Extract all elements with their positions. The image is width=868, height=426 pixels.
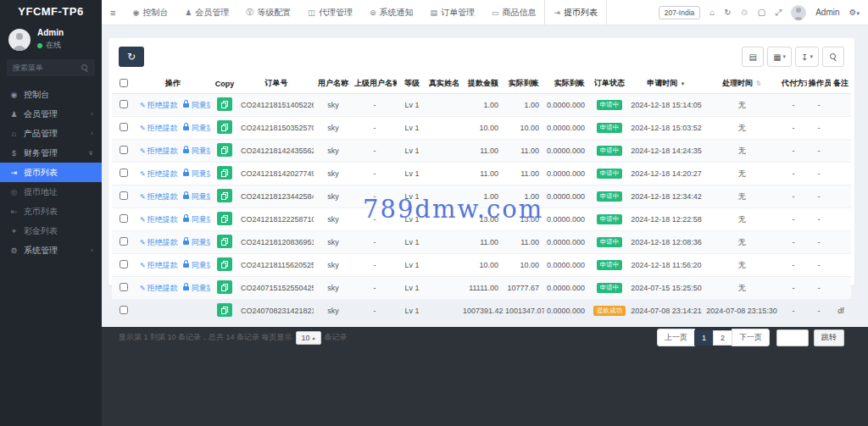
dashboard-icon: ◉ <box>8 91 19 99</box>
row-checkbox[interactable] <box>120 237 128 246</box>
col-header-apply_time[interactable]: 申请时间▼ <box>629 74 704 94</box>
reject-withdraw-link[interactable]: ✎拒绝提款 <box>140 147 178 155</box>
cell-process_time: 无 <box>704 254 780 277</box>
cell-username: sky <box>314 117 353 140</box>
menu-search-input[interactable] <box>13 64 81 72</box>
col-header-process_time[interactable]: 处理时间⇅ <box>704 74 780 94</box>
sidebar-item-会员管理[interactable]: ♟会员管理‹ <box>0 104 102 124</box>
row-checkbox[interactable] <box>120 146 128 154</box>
fullscreen-icon[interactable]: ⤢ <box>775 8 782 18</box>
toggle-view-button[interactable]: ▤ <box>742 47 764 67</box>
prev-page-button[interactable]: 上一页 <box>657 329 695 346</box>
reject-withdraw-link[interactable]: ✎拒绝提款 <box>140 124 178 132</box>
hamburger-icon[interactable]: ≡ <box>102 8 124 18</box>
approve-withdraw-link[interactable]: 同意提款 <box>183 192 210 201</box>
nav-tab-label: 商品信息 <box>502 7 536 19</box>
copy-button[interactable] <box>217 189 232 202</box>
copy-button[interactable] <box>217 166 232 180</box>
trash-icon[interactable]: ♲ <box>741 8 748 17</box>
cell-actual: 10777.67 <box>504 277 544 300</box>
row-checkbox[interactable] <box>120 260 128 268</box>
row-checkbox[interactable] <box>120 169 128 177</box>
nav-tab-等级配置[interactable]: Ⓥ等级配置 <box>237 0 299 25</box>
user-icon: ♟ <box>185 8 192 17</box>
page-button-1[interactable]: 1 <box>694 330 714 346</box>
sidebar-item-提币列表[interactable]: ⇥提币列表 <box>0 163 102 182</box>
nav-tab-提币列表[interactable]: ⇥提币列表 <box>544 0 607 25</box>
jump-page-input[interactable] <box>776 329 809 346</box>
cell-amount: 11.00 <box>461 140 504 163</box>
row-checkbox[interactable] <box>120 214 128 223</box>
settings-menu[interactable]: ⚙▾ <box>849 8 860 17</box>
copy-button[interactable] <box>217 280 232 294</box>
page-button-2[interactable]: 2 <box>713 330 732 346</box>
online-dot-icon <box>37 43 42 48</box>
refresh-icon[interactable]: ↻ <box>724 8 731 17</box>
next-page-button[interactable]: 下一页 <box>732 329 770 346</box>
cell-username: sky <box>314 208 353 231</box>
approve-withdraw-link[interactable]: 同意提款 <box>183 124 210 132</box>
region-badge[interactable]: 207-India <box>659 6 700 19</box>
copy-button[interactable] <box>217 212 232 225</box>
reject-withdraw-link[interactable]: ✎拒绝提款 <box>140 284 178 292</box>
avatar <box>8 29 31 51</box>
approve-withdraw-link[interactable]: 同意提款 <box>183 238 210 246</box>
refresh-button[interactable]: ↻ <box>119 47 144 67</box>
sidebar-item-提币地址[interactable]: ◎提币地址 <box>0 182 102 202</box>
col-label: 提款金额 <box>468 79 498 87</box>
row-checkbox[interactable] <box>120 306 128 314</box>
status-badge: 提款成功 <box>593 306 626 316</box>
pages-icon[interactable]: ▢ <box>758 8 765 17</box>
row-checkbox[interactable] <box>120 283 128 291</box>
reject-withdraw-link[interactable]: ✎拒绝提款 <box>140 101 178 109</box>
reject-label: 拒绝提款 <box>147 261 178 269</box>
sidebar-item-彩金列表[interactable]: ✦彩金列表 <box>0 221 102 241</box>
nav-tab-订单管理[interactable]: ▤订单管理 <box>421 0 483 25</box>
approve-withdraw-link[interactable]: 同意提款 <box>183 261 210 269</box>
copy-icon <box>221 147 228 154</box>
sidebar-item-财务管理[interactable]: $财务管理∨ <box>0 143 102 163</box>
approve-withdraw-link[interactable]: 同意提款 <box>183 284 210 292</box>
reject-withdraw-link[interactable]: ✎拒绝提款 <box>140 238 178 246</box>
admin-avatar[interactable] <box>791 5 806 20</box>
reject-withdraw-link[interactable]: ✎拒绝提款 <box>140 261 178 269</box>
sidebar-item-产品管理[interactable]: ⌂产品管理‹ <box>0 124 102 143</box>
approve-withdraw-link[interactable]: 同意提款 <box>183 215 210 224</box>
col-label: 操作员 <box>809 79 831 87</box>
approve-withdraw-link[interactable]: 同意提款 <box>183 101 210 109</box>
admin-menu[interactable]: Admin <box>815 8 839 17</box>
nav-tab-代理管理[interactable]: ◫代理管理 <box>299 0 361 25</box>
copy-button[interactable] <box>217 303 232 317</box>
page-size-select[interactable]: 10▴ <box>296 331 321 345</box>
approve-withdraw-link[interactable]: 同意提款 <box>183 147 210 155</box>
copy-button[interactable] <box>217 257 232 271</box>
cell-username: sky <box>314 300 353 323</box>
lock-icon <box>183 149 189 153</box>
nav-tab-会员管理[interactable]: ♟会员管理 <box>176 0 237 25</box>
sidebar-item-充币列表[interactable]: ⇤充币列表 <box>0 202 102 221</box>
row-checkbox[interactable] <box>120 100 128 108</box>
export-button[interactable]: ↧▾ <box>795 47 819 67</box>
approve-withdraw-link[interactable]: 同意提款 <box>183 169 210 178</box>
nav-tab-商品信息[interactable]: ▭商品信息 <box>483 0 545 25</box>
copy-button[interactable] <box>217 97 232 111</box>
sidebar-item-控制台[interactable]: ◉控制台 <box>0 85 102 104</box>
row-checkbox[interactable] <box>120 191 128 200</box>
nav-tab-控制台[interactable]: ◉控制台 <box>124 0 176 25</box>
reject-withdraw-link[interactable]: ✎拒绝提款 <box>140 192 178 201</box>
cell-pay_method: - <box>780 277 807 300</box>
row-checkbox[interactable] <box>120 123 128 131</box>
columns-button[interactable]: ▦▾ <box>767 47 792 67</box>
reject-withdraw-link[interactable]: ✎拒绝提款 <box>140 169 178 178</box>
sidebar-item-label: 提币地址 <box>24 186 58 198</box>
nav-tab-系统通知[interactable]: ⊚系统通知 <box>361 0 422 25</box>
copy-button[interactable] <box>217 120 232 134</box>
copy-button[interactable] <box>217 235 232 248</box>
home-icon[interactable]: ⌂ <box>709 8 715 17</box>
copy-button[interactable] <box>217 143 232 157</box>
jump-button[interactable]: 跳转 <box>814 329 844 346</box>
sidebar-item-系统管理[interactable]: ⚙系统管理‹ <box>0 241 102 260</box>
select-all-checkbox[interactable] <box>120 79 128 87</box>
search-toggle-button[interactable] <box>822 47 844 67</box>
reject-withdraw-link[interactable]: ✎拒绝提款 <box>140 215 178 224</box>
